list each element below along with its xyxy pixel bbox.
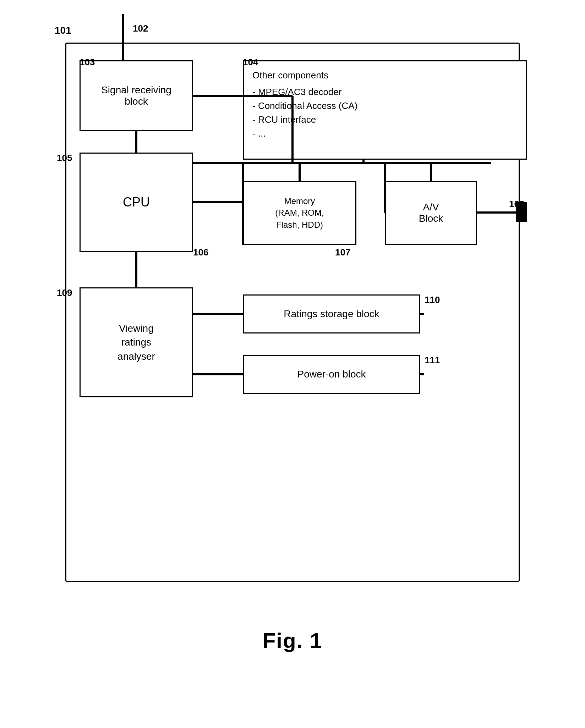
label-101: 101: [55, 25, 71, 36]
label-104: 104: [243, 57, 258, 68]
other-components-box: Other components - MPEG/AC3 decoder - Co…: [243, 60, 527, 160]
label-106: 106: [193, 247, 208, 258]
memory-block: Memory(RAM, ROM,Flash, HDD): [243, 181, 356, 245]
other-components-item-2: - Conditional Access (CA): [252, 99, 517, 113]
antenna-line: [122, 14, 124, 43]
poweron-block: Power-on block: [243, 355, 420, 394]
label-102: 102: [133, 23, 148, 34]
figure-caption: Fig. 1: [263, 628, 323, 653]
cpu-block: CPU: [80, 153, 193, 252]
av-block: A/VBlock: [385, 181, 477, 245]
label-111: 111: [425, 355, 440, 366]
label-108: 108: [509, 199, 524, 210]
signal-block-text: Signal receivingblock: [101, 84, 171, 107]
signal-receiving-block: Signal receivingblock: [80, 60, 193, 131]
label-107: 107: [335, 247, 350, 258]
other-components-item-3: - RCU interface: [252, 113, 517, 127]
other-components-item-4: - ...: [252, 127, 517, 140]
vra-block: Viewingratingsanalyser: [80, 287, 193, 397]
vra-text: Viewingratingsanalyser: [117, 321, 155, 363]
cpu-text: CPU: [123, 195, 150, 210]
label-105: 105: [57, 153, 72, 164]
av-text: A/VBlock: [419, 202, 443, 224]
diagram: 101 102 Signal receivingblock 103 Other …: [44, 14, 541, 660]
ratings-storage-block: Ratings storage block: [243, 294, 420, 333]
label-103: 103: [80, 57, 95, 68]
ratings-storage-text: Ratings storage block: [284, 308, 379, 320]
memory-text: Memory(RAM, ROM,Flash, HDD): [275, 195, 324, 231]
av-output-line: [477, 211, 520, 214]
other-components-item-1: - MPEG/AC3 decoder: [252, 85, 517, 99]
label-110: 110: [425, 294, 440, 305]
label-109: 109: [57, 287, 72, 298]
poweron-text: Power-on block: [297, 369, 366, 380]
other-components-title: Other components: [252, 68, 517, 82]
